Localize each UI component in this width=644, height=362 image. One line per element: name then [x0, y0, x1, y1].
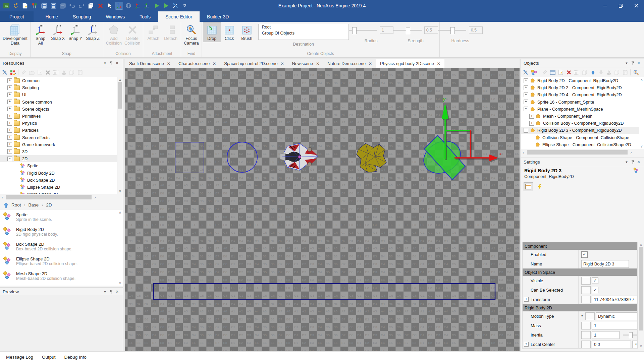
collapse-icon[interactable]: −	[524, 107, 528, 111]
settings-tool-icon[interactable]	[2, 70, 8, 75]
caret-down-icon[interactable]: ▾	[102, 60, 108, 66]
menu-tab-tools[interactable]: Tools	[132, 11, 158, 22]
paste-icon[interactable]	[622, 70, 628, 75]
save-scene-icon[interactable]	[50, 2, 57, 9]
close-button[interactable]	[629, 0, 644, 11]
pin-icon[interactable]	[108, 60, 114, 66]
copy-icon[interactable]	[614, 70, 620, 75]
run-icon[interactable]	[162, 2, 170, 9]
rename-icon[interactable]: x	[574, 70, 580, 75]
breadcrumb-item[interactable]: Root	[11, 202, 21, 207]
expand-icon[interactable]: +	[7, 128, 12, 133]
statusbar-output[interactable]: Output	[42, 355, 56, 360]
tab-close-icon[interactable]: ✕	[213, 61, 216, 66]
property-reset-box[interactable]	[581, 322, 591, 329]
tab-close-icon[interactable]: ✕	[437, 61, 440, 66]
resources-tree-node[interactable]: −2D	[0, 155, 123, 162]
menu-tab-builder-3d[interactable]: Builder 3D	[200, 11, 236, 22]
pin-icon[interactable]	[630, 159, 636, 165]
resource-list-item[interactable]: Ellipse Shape 2DEllipse-based 2D collisi…	[0, 254, 123, 269]
collapse-icon[interactable]: −	[7, 157, 12, 161]
expand-icon[interactable]: +	[7, 107, 12, 111]
rename-icon[interactable]: x	[53, 70, 59, 75]
close-icon[interactable]: ✕	[636, 159, 642, 165]
settings-category-header[interactable]: Rigid Body 2D	[523, 304, 637, 311]
play-icon[interactable]	[153, 2, 160, 9]
markers-icon[interactable]	[31, 2, 38, 9]
resources-tree-node[interactable]: +Game framework	[0, 141, 123, 148]
ribbon-button-snap-x[interactable]: Snap X	[49, 22, 67, 42]
ribbon-button-development-data[interactable]: Development Data	[1, 22, 29, 47]
copy-icon[interactable]	[69, 70, 75, 75]
tools-icon[interactable]	[172, 2, 179, 9]
tab-properties[interactable]	[524, 182, 533, 191]
objects-tree-node[interactable]: +Collision Body - Component_RigidBody2D	[521, 120, 644, 127]
property-reset-box[interactable]	[581, 341, 591, 348]
resource-list-item[interactable]: Box Shape 2DBox-based 2D collision shape…	[0, 239, 123, 254]
settings-vscrollbar[interactable]: ∧∨	[638, 242, 644, 349]
objects-tree-node[interactable]: +Sprite 16 - Component_Sprite	[521, 99, 644, 106]
down-arrow-icon[interactable]	[598, 70, 604, 75]
ribbon-button-add-collision[interactable]: Add Collision	[105, 22, 123, 47]
tab-events[interactable]	[535, 182, 544, 191]
resources-tree-node[interactable]: +3D	[0, 148, 123, 155]
settings-tool-icon[interactable]	[523, 70, 529, 75]
settings-category-header[interactable]: Component	[523, 242, 637, 250]
objects-tree-node[interactable]: +Rigid Body 2D 4 - Component_RigidBody2D	[521, 91, 644, 98]
cut-icon[interactable]	[61, 70, 67, 75]
scene-tab[interactable]: Spaceship control 2D.scene✕	[220, 59, 288, 68]
resources-tree-node[interactable]: Box Shape 2D	[0, 177, 123, 184]
expand-icon[interactable]: +	[7, 142, 12, 147]
breadcrumb-item[interactable]: Base	[29, 202, 39, 207]
resources-tree-node[interactable]: +Scene objects	[0, 106, 123, 113]
breadcrumb[interactable]: Root›Base›2D	[0, 200, 123, 210]
resources-tree-node[interactable]: Sprite	[0, 162, 123, 169]
app-logo-icon[interactable]	[3, 2, 10, 9]
ribbon-button-delete-collision[interactable]: Delete Collision	[123, 22, 142, 47]
window-icon[interactable]	[550, 70, 555, 75]
transform-y-icon[interactable]	[144, 2, 151, 9]
more-caret-icon[interactable]	[181, 2, 189, 9]
hardness-value[interactable]: 0.5	[469, 26, 483, 34]
component-icon[interactable]	[531, 70, 537, 75]
objects-tree-node[interactable]: Ellipse Shape - Component_CollisionShape…	[521, 141, 644, 148]
transform-xy-icon[interactable]	[134, 2, 142, 9]
expand-icon[interactable]: +	[529, 114, 534, 119]
menu-tab-home[interactable]: Home	[38, 11, 65, 22]
restore-button[interactable]	[613, 0, 629, 11]
radius-value[interactable]: 1	[380, 26, 393, 34]
resources-list[interactable]: SpriteSprite in the scene.Rigid Body 2D2…	[0, 210, 123, 286]
expand-icon[interactable]: +	[7, 93, 12, 97]
destination-item[interactable]: Group Of Objects	[259, 30, 348, 36]
cut-icon[interactable]	[606, 70, 612, 75]
copy-icon[interactable]	[582, 70, 588, 75]
caret-down-icon[interactable]: ▾	[102, 289, 108, 294]
close-icon[interactable]: ✕	[114, 60, 120, 66]
property-reset-box[interactable]	[581, 286, 591, 294]
property-reset-box[interactable]	[581, 277, 591, 285]
property-value-field[interactable]: 11.7400457078939 7	[592, 296, 638, 303]
expand-icon[interactable]: +	[7, 78, 12, 83]
duplicate-icon[interactable]	[87, 2, 95, 9]
statusbar-debug-info[interactable]: Debug Info	[64, 355, 87, 360]
checkbox[interactable]: ✓	[581, 251, 588, 258]
scene-tab[interactable]: Nature Demo.scene✕	[323, 59, 376, 68]
create-mode-brush[interactable]: Brush	[238, 22, 256, 42]
resources-tree-node[interactable]: +Scene common	[0, 99, 123, 106]
objects-tree-node[interactable]: Collision Shape - Component_CollisionSha…	[521, 134, 644, 141]
resources-tree-node[interactable]: Rigid Body 2D	[0, 169, 123, 176]
close-icon[interactable]: ✕	[114, 289, 120, 294]
tab-close-icon[interactable]: ✕	[281, 61, 284, 66]
create-mode-click[interactable]: Click	[221, 22, 238, 42]
resources-tree-node[interactable]: +Scripting	[0, 84, 123, 91]
ribbon-button-snap-z[interactable]: Snap Z	[84, 22, 102, 42]
delete-icon[interactable]	[45, 70, 51, 75]
resources-tree-hscrollbar[interactable]: ‹›	[0, 194, 123, 200]
expand-icon[interactable]: +	[7, 114, 12, 119]
checkbox[interactable]: ✓	[592, 287, 598, 293]
caret-down-icon[interactable]: ▾	[624, 60, 630, 66]
property-value-field[interactable]: 1	[592, 331, 620, 339]
dropdown-button[interactable]: ▾	[632, 341, 638, 348]
objects-tree-node[interactable]: −Plane - Component_MeshInSpace	[521, 106, 644, 113]
navigate-up-icon[interactable]	[3, 202, 8, 208]
